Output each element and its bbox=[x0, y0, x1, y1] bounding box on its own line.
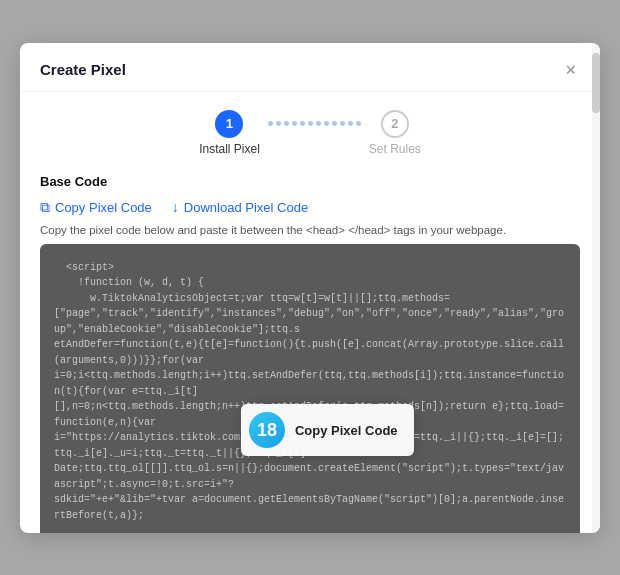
copy-pixel-code-button[interactable]: ⧉ Copy Pixel Code bbox=[40, 199, 152, 216]
copy-icon: ⧉ bbox=[40, 199, 50, 216]
dot-6 bbox=[308, 121, 313, 126]
dot-9 bbox=[332, 121, 337, 126]
step-2: 2 Set Rules bbox=[369, 110, 421, 156]
dot-1 bbox=[268, 121, 273, 126]
step-2-circle: 2 bbox=[381, 110, 409, 138]
dot-4 bbox=[292, 121, 297, 126]
dot-11 bbox=[348, 121, 353, 126]
dot-10 bbox=[340, 121, 345, 126]
dot-3 bbox=[284, 121, 289, 126]
scrollbar-thumb[interactable] bbox=[592, 53, 600, 113]
steps-bar: 1 Install Pixel bbox=[20, 92, 600, 164]
download-btn-label: Download Pixel Code bbox=[184, 200, 308, 215]
copy-btn-label: Copy Pixel Code bbox=[55, 200, 152, 215]
step-1-label: Install Pixel bbox=[199, 142, 260, 156]
dot-7 bbox=[316, 121, 321, 126]
section-title: Base Code bbox=[40, 174, 580, 189]
dot-8 bbox=[324, 121, 329, 126]
action-row: ⧉ Copy Pixel Code ↓ Download Pixel Code bbox=[40, 199, 580, 216]
modal-container: Create Pixel × 1 Install Pixel bbox=[20, 43, 600, 533]
modal-body: Base Code ⧉ Copy Pixel Code ↓ Download P… bbox=[20, 164, 600, 533]
dot-2 bbox=[276, 121, 281, 126]
download-icon: ↓ bbox=[172, 199, 179, 215]
copy-popup-number: 18 bbox=[249, 412, 285, 448]
scrollbar-track bbox=[592, 43, 600, 533]
modal-overlay: Create Pixel × 1 Install Pixel bbox=[0, 0, 620, 575]
step-connector bbox=[268, 121, 361, 126]
copy-popup: 18 Copy Pixel Code bbox=[241, 404, 414, 456]
close-button[interactable]: × bbox=[561, 59, 580, 81]
modal-title: Create Pixel bbox=[40, 61, 126, 78]
dot-5 bbox=[300, 121, 305, 126]
dot-12 bbox=[356, 121, 361, 126]
download-pixel-code-button[interactable]: ↓ Download Pixel Code bbox=[172, 199, 308, 215]
step-2-label: Set Rules bbox=[369, 142, 421, 156]
step-1-circle: 1 bbox=[215, 110, 243, 138]
copy-popup-label: Copy Pixel Code bbox=[295, 423, 398, 438]
instruction-text: Copy the pixel code below and paste it b… bbox=[40, 224, 580, 236]
step-1: 1 Install Pixel bbox=[199, 110, 260, 156]
modal-header: Create Pixel × bbox=[20, 43, 600, 92]
code-snippet: <script> !function (w, d, t) { w.TiktokA… bbox=[54, 260, 566, 533]
code-block: <script> !function (w, d, t) { w.TiktokA… bbox=[40, 244, 580, 533]
